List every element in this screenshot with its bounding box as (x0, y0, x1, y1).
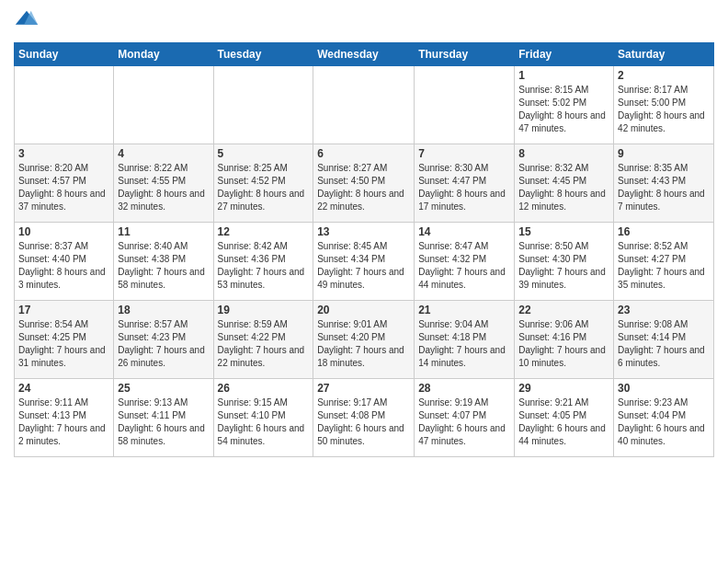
week-row-5: 24Sunrise: 9:11 AMSunset: 4:13 PMDayligh… (15, 379, 714, 457)
day-number: 7 (418, 147, 510, 160)
day-number: 10 (18, 225, 109, 238)
day-cell: 4Sunrise: 8:22 AMSunset: 4:55 PMDaylight… (114, 144, 213, 223)
day-cell: 17Sunrise: 8:54 AMSunset: 4:25 PMDayligh… (15, 301, 114, 379)
day-number: 19 (218, 304, 310, 316)
day-info: Sunrise: 8:40 AMSunset: 4:38 PMDaylight:… (118, 240, 209, 292)
day-info: Sunrise: 8:35 AMSunset: 4:43 PMDaylight:… (618, 162, 710, 213)
day-cell: 11Sunrise: 8:40 AMSunset: 4:38 PMDayligh… (114, 223, 213, 301)
day-cell: 18Sunrise: 8:57 AMSunset: 4:23 PMDayligh… (114, 301, 213, 379)
day-number: 26 (218, 382, 310, 395)
day-cell: 22Sunrise: 9:06 AMSunset: 4:16 PMDayligh… (515, 301, 614, 379)
day-cell: 6Sunrise: 8:27 AMSunset: 4:50 PMDaylight… (313, 144, 415, 223)
day-info: Sunrise: 9:19 AMSunset: 4:07 PMDaylight:… (418, 396, 510, 448)
day-info: Sunrise: 8:47 AMSunset: 4:32 PMDaylight:… (418, 240, 510, 292)
day-cell: 16Sunrise: 8:52 AMSunset: 4:27 PMDayligh… (614, 223, 714, 301)
day-info: Sunrise: 8:42 AMSunset: 4:36 PMDaylight:… (218, 240, 310, 292)
day-cell: 2Sunrise: 8:17 AMSunset: 5:00 PMDaylight… (614, 66, 714, 144)
day-cell: 26Sunrise: 9:15 AMSunset: 4:10 PMDayligh… (213, 379, 313, 457)
day-cell (313, 66, 415, 144)
day-number: 4 (118, 147, 209, 160)
week-row-3: 10Sunrise: 8:37 AMSunset: 4:40 PMDayligh… (15, 223, 714, 301)
weekday-header-sunday: Sunday (15, 43, 114, 66)
day-info: Sunrise: 8:20 AMSunset: 4:57 PMDaylight:… (18, 162, 109, 213)
day-number: 15 (518, 225, 609, 238)
day-info: Sunrise: 9:04 AMSunset: 4:18 PMDaylight:… (418, 318, 510, 370)
day-cell: 24Sunrise: 9:11 AMSunset: 4:13 PMDayligh… (15, 379, 114, 457)
calendar-table: SundayMondayTuesdayWednesdayThursdayFrid… (14, 42, 714, 457)
page-header (14, 9, 714, 35)
weekday-header-saturday: Saturday (614, 43, 714, 66)
day-number: 28 (418, 382, 510, 395)
day-cell: 10Sunrise: 8:37 AMSunset: 4:40 PMDayligh… (15, 223, 114, 301)
day-info: Sunrise: 9:01 AMSunset: 4:20 PMDaylight:… (317, 318, 410, 370)
day-number: 14 (418, 225, 510, 238)
logo (14, 9, 43, 35)
day-info: Sunrise: 8:22 AMSunset: 4:55 PMDaylight:… (118, 162, 209, 213)
day-number: 9 (618, 147, 710, 160)
day-info: Sunrise: 9:15 AMSunset: 4:10 PMDaylight:… (218, 396, 310, 448)
day-info: Sunrise: 8:15 AMSunset: 5:02 PMDaylight:… (518, 84, 609, 135)
day-info: Sunrise: 8:37 AMSunset: 4:40 PMDaylight:… (18, 240, 109, 292)
day-cell: 30Sunrise: 9:23 AMSunset: 4:04 PMDayligh… (614, 379, 714, 457)
day-cell: 28Sunrise: 9:19 AMSunset: 4:07 PMDayligh… (415, 379, 515, 457)
day-number: 17 (18, 304, 109, 316)
day-cell: 29Sunrise: 9:21 AMSunset: 4:05 PMDayligh… (515, 379, 614, 457)
day-cell: 7Sunrise: 8:30 AMSunset: 4:47 PMDaylight… (415, 144, 515, 223)
day-number: 21 (418, 304, 510, 316)
day-info: Sunrise: 9:06 AMSunset: 4:16 PMDaylight:… (518, 318, 609, 370)
weekday-header-monday: Monday (114, 43, 213, 66)
day-cell: 20Sunrise: 9:01 AMSunset: 4:20 PMDayligh… (313, 301, 415, 379)
day-info: Sunrise: 8:27 AMSunset: 4:50 PMDaylight:… (317, 162, 410, 213)
day-info: Sunrise: 8:25 AMSunset: 4:52 PMDaylight:… (218, 162, 310, 213)
day-number: 23 (618, 304, 710, 316)
day-number: 5 (218, 147, 310, 160)
day-number: 16 (618, 225, 710, 238)
day-number: 22 (518, 304, 609, 316)
weekday-header-wednesday: Wednesday (313, 43, 415, 66)
day-cell: 13Sunrise: 8:45 AMSunset: 4:34 PMDayligh… (313, 223, 415, 301)
day-info: Sunrise: 8:45 AMSunset: 4:34 PMDaylight:… (317, 240, 410, 292)
weekday-header-row: SundayMondayTuesdayWednesdayThursdayFrid… (15, 43, 714, 66)
day-info: Sunrise: 9:17 AMSunset: 4:08 PMDaylight:… (317, 396, 410, 448)
day-cell: 8Sunrise: 8:32 AMSunset: 4:45 PMDaylight… (515, 144, 614, 223)
day-info: Sunrise: 8:30 AMSunset: 4:47 PMDaylight:… (418, 162, 510, 213)
day-cell: 3Sunrise: 8:20 AMSunset: 4:57 PMDaylight… (15, 144, 114, 223)
day-number: 13 (317, 225, 410, 238)
day-info: Sunrise: 9:13 AMSunset: 4:11 PMDaylight:… (118, 396, 209, 448)
day-number: 30 (618, 382, 710, 395)
day-number: 1 (518, 69, 609, 82)
day-cell (415, 66, 515, 144)
day-cell: 19Sunrise: 8:59 AMSunset: 4:22 PMDayligh… (213, 301, 313, 379)
week-row-2: 3Sunrise: 8:20 AMSunset: 4:57 PMDaylight… (15, 144, 714, 223)
day-info: Sunrise: 8:59 AMSunset: 4:22 PMDaylight:… (218, 318, 310, 370)
day-cell (114, 66, 213, 144)
page-container: SundayMondayTuesdayWednesdayThursdayFrid… (0, 0, 728, 462)
day-cell: 25Sunrise: 9:13 AMSunset: 4:11 PMDayligh… (114, 379, 213, 457)
day-number: 20 (317, 304, 410, 316)
day-number: 3 (18, 147, 109, 160)
day-number: 8 (518, 147, 609, 160)
logo-icon (14, 9, 40, 35)
day-info: Sunrise: 8:52 AMSunset: 4:27 PMDaylight:… (618, 240, 710, 292)
day-cell (213, 66, 313, 144)
weekday-header-tuesday: Tuesday (213, 43, 313, 66)
day-info: Sunrise: 8:54 AMSunset: 4:25 PMDaylight:… (18, 318, 109, 370)
day-cell: 5Sunrise: 8:25 AMSunset: 4:52 PMDaylight… (213, 144, 313, 223)
day-info: Sunrise: 8:57 AMSunset: 4:23 PMDaylight:… (118, 318, 209, 370)
weekday-header-friday: Friday (515, 43, 614, 66)
day-number: 27 (317, 382, 410, 395)
day-cell: 23Sunrise: 9:08 AMSunset: 4:14 PMDayligh… (614, 301, 714, 379)
day-number: 18 (118, 304, 209, 316)
day-info: Sunrise: 9:21 AMSunset: 4:05 PMDaylight:… (518, 396, 609, 448)
day-cell: 27Sunrise: 9:17 AMSunset: 4:08 PMDayligh… (313, 379, 415, 457)
day-info: Sunrise: 8:50 AMSunset: 4:30 PMDaylight:… (518, 240, 609, 292)
weekday-header-thursday: Thursday (415, 43, 515, 66)
week-row-1: 1Sunrise: 8:15 AMSunset: 5:02 PMDaylight… (15, 66, 714, 144)
day-cell: 21Sunrise: 9:04 AMSunset: 4:18 PMDayligh… (415, 301, 515, 379)
day-cell: 12Sunrise: 8:42 AMSunset: 4:36 PMDayligh… (213, 223, 313, 301)
day-cell: 9Sunrise: 8:35 AMSunset: 4:43 PMDaylight… (614, 144, 714, 223)
day-cell: 14Sunrise: 8:47 AMSunset: 4:32 PMDayligh… (415, 223, 515, 301)
day-number: 24 (18, 382, 109, 395)
day-cell (15, 66, 114, 144)
day-number: 12 (218, 225, 310, 238)
